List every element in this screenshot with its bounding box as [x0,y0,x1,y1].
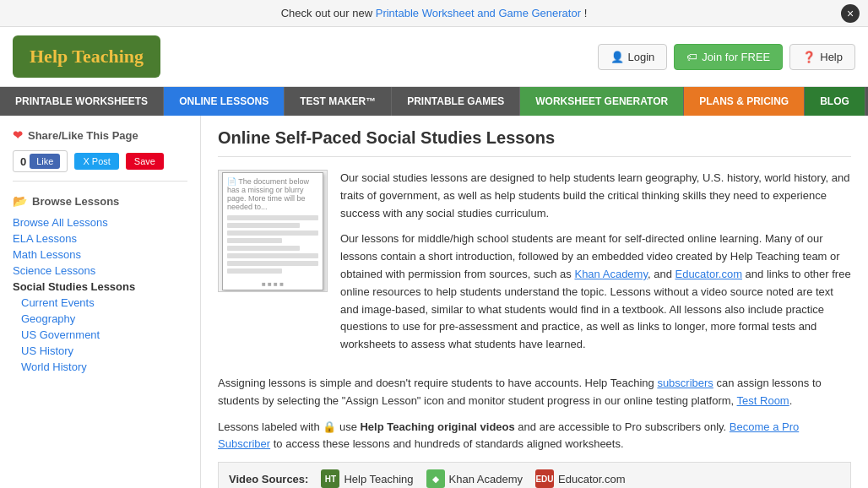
ht-badge: HT [321,469,339,488]
tweet-button[interactable]: X Post [74,153,118,170]
list-item: US History [13,344,187,357]
join-button[interactable]: 🏷 Join for FREE [674,44,783,70]
vs-item-ka: ◆ Khan Academy [426,469,523,488]
login-label: Login [628,51,655,63]
list-item: Science Lessons [13,264,187,277]
sidebar-links: Browse All Lessons ELA Lessons Math Less… [13,216,187,373]
sidebar-link-current-events[interactable]: Current Events [21,296,95,309]
subscribers-link[interactable]: subscribers [657,377,713,389]
join-label: Join for FREE [702,51,770,63]
ht-label: Help Teaching [344,473,413,485]
banner-link[interactable]: Printable Worksheet and Game Generator [376,7,581,19]
nav-test-maker[interactable]: TEST MAKER™ [285,87,392,116]
sidebar: ❤ Share/Like This Page 0 Like X Post Sav… [0,116,201,488]
browse-icon: 📂 [13,194,27,208]
assign-para: Assigning lessons is simple and doesn't … [218,375,851,410]
main-nav: PRINTABLE WORKSHEETS ONLINE LESSONS TEST… [0,87,868,116]
logo[interactable]: Help Teaching [13,35,160,78]
video-sources-label: Video Sources: [229,473,308,485]
sidebar-link-geography[interactable]: Geography [21,312,75,325]
intro-text: Our social studies lessons are designed … [340,170,851,362]
fb-count: 0 [20,155,26,168]
nav-blog[interactable]: BLOG [805,87,865,116]
sidebar-link-ela[interactable]: ELA Lessons [13,232,77,245]
list-item: Social Studies Lessons [13,280,187,293]
share-section: ❤ Share/Like This Page 0 Like X Post Sav… [13,128,187,182]
page-title: Online Self-Paced Social Studies Lessons [218,128,851,157]
help-button[interactable]: ❓ Help [789,44,855,70]
header-actions: 👤 Login 🏷 Join for FREE ❓ Help [598,44,855,70]
edu-badge: EDU [535,469,554,488]
banner-suffix: ! [584,7,588,19]
nav-online-lessons[interactable]: ONLINE LESSONS [164,87,285,116]
content-wrapper: ❤ Share/Like This Page 0 Like X Post Sav… [0,116,868,488]
edu-label: Educator.com [558,473,626,485]
close-banner-button[interactable]: × [841,4,860,23]
khan-academy-link[interactable]: Khan Academy [574,268,647,280]
login-icon: 👤 [610,51,624,63]
nav-printable-games[interactable]: PRINTABLE GAMES [392,87,520,116]
intro-para2: Our lessons for middle/high school stude… [340,230,851,354]
sidebar-link-math[interactable]: Math Lessons [13,248,81,261]
sidebar-link-browse-all[interactable]: Browse All Lessons [13,216,108,229]
share-icon: ❤ [13,128,23,142]
save-button[interactable]: Save [126,153,164,170]
list-item: Current Events [13,296,187,309]
sidebar-link-science[interactable]: Science Lessons [13,264,95,277]
login-button[interactable]: 👤 Login [598,44,668,70]
header: Help Teaching 👤 Login 🏷 Join for FREE ❓ … [0,27,868,87]
main-content: Online Self-Paced Social Studies Lessons… [201,116,868,488]
share-buttons: 0 Like X Post Save [13,150,187,172]
sidebar-link-social-studies: Social Studies Lessons [13,280,135,293]
share-title: ❤ Share/Like This Page [13,128,187,142]
banner-text: Check out our new [281,7,376,19]
ka-label: Khan Academy [449,473,523,485]
browse-section: 📂 Browse Lessons Browse All Lessons ELA … [13,194,187,373]
logo-text: Help Teaching [30,46,144,67]
browse-title: 📂 Browse Lessons [13,194,187,208]
help-label: Help [820,51,843,63]
doc-preview: 📄 The document below has a missing or bl… [222,172,323,290]
list-item: Geography [13,312,187,325]
fb-like-button[interactable]: Like [30,154,60,169]
vs-item-ht: HT Help Teaching [321,469,413,488]
intro-section: 📄 The document below has a missing or bl… [218,170,851,362]
intro-para1: Our social studies lessons are designed … [340,170,851,222]
nav-printable-worksheets[interactable]: PRINTABLE WORKSHEETS [0,87,164,116]
top-banner: Check out our new Printable Worksheet an… [0,0,868,27]
join-icon: 🏷 [686,51,697,63]
vs-item-edu: EDU Educator.com [535,469,626,488]
nav-worksheet-generator[interactable]: WORKSHEET GENERATOR [520,87,684,116]
lesson-image: 📄 The document below has a missing or bl… [218,170,328,292]
list-item: World History [13,361,187,373]
video-sources-box: Video Sources: HT Help Teaching ◆ Khan A… [218,462,851,488]
fb-like-box: 0 Like [13,150,68,172]
sidebar-link-us-government[interactable]: US Government [21,328,100,341]
sidebar-link-us-history[interactable]: US History [21,344,73,357]
testroom-link[interactable]: Test Room [737,394,789,407]
browse-title-text: Browse Lessons [32,195,119,208]
ka-badge: ◆ [426,469,445,488]
list-item: Browse All Lessons [13,216,187,229]
sidebar-link-world-history[interactable]: World History [21,361,87,373]
list-item: ELA Lessons [13,232,187,245]
list-item: Math Lessons [13,248,187,261]
pro-para: Lessons labeled with 🔒 use Help Teaching… [218,419,851,454]
educator-link[interactable]: Educator.com [675,268,742,280]
share-title-text: Share/Like This Page [28,129,138,142]
list-item: US Government [13,328,187,341]
help-icon: ❓ [802,51,816,63]
nav-plans-pricing[interactable]: PLANS & PRICING [684,87,805,116]
